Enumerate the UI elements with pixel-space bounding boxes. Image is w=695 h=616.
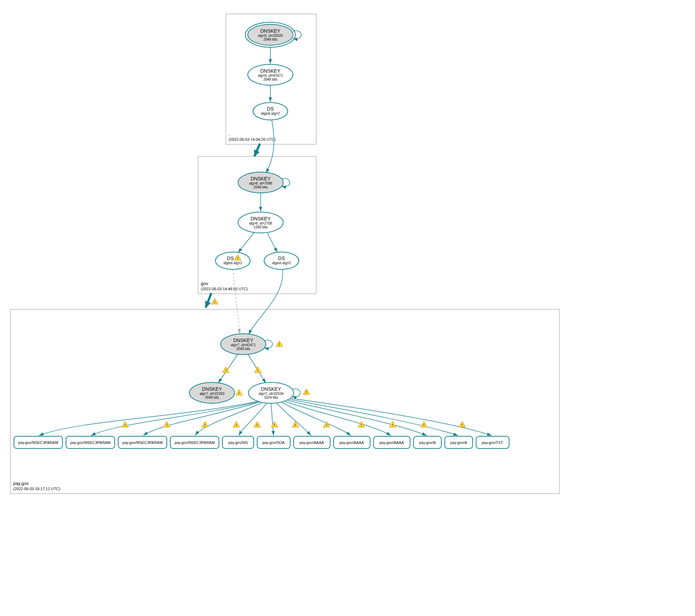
svg-text:pay.gov/NSEC3PARAM: pay.gov/NSEC3PARAM <box>174 440 215 445</box>
svg-text:!: ! <box>236 423 237 427</box>
svg-text:!: ! <box>256 423 257 427</box>
record-r3: pay.gov/NSEC3PARAM <box>170 436 219 448</box>
warn-icon: ! <box>122 421 129 427</box>
zone-paygov-time: (2022-06-03 18:17:11 UTC) <box>13 487 60 491</box>
node-gov-ksk: DNSKEY alg=8, id=7698 2048 bits <box>238 172 283 193</box>
edge-zsk-r4 <box>239 403 267 436</box>
node-root-ksk: DNSKEY alg=8, id=20326 2048 bits <box>245 22 295 47</box>
svg-text:2048 bits: 2048 bits <box>236 347 251 351</box>
svg-text:!: ! <box>361 423 362 427</box>
svg-text:!: ! <box>279 343 280 347</box>
warn-icon: ! <box>254 421 261 427</box>
warn-icon: ! <box>254 367 261 373</box>
edge-govzsk-ds1 <box>238 232 254 253</box>
edge-payksk-k2 <box>218 354 238 383</box>
svg-text:pay.gov/NSEC3PARAM: pay.gov/NSEC3PARAM <box>70 440 111 445</box>
warn-icon: ! <box>211 298 218 304</box>
svg-text:DS: DS <box>227 256 234 261</box>
record-r0: pay.gov/NSEC3PARAM <box>14 436 63 448</box>
svg-text:1280 bits: 1280 bits <box>254 225 268 229</box>
record-r2: pay.gov/NSEC3PARAM <box>118 436 167 448</box>
svg-text:!: ! <box>274 423 275 427</box>
svg-text:alg=8, id=20326: alg=8, id=20326 <box>258 34 283 38</box>
node-root-zsk: DNSKEY alg=8, id=47671 2048 bits <box>248 64 293 85</box>
svg-text:alg=7, id=42471: alg=7, id=42471 <box>231 343 256 347</box>
node-pay-k2: DNSKEY alg=7, id=22263 2048 bits <box>189 382 235 403</box>
svg-text:pay.gov/NSEC3PARAM: pay.gov/NSEC3PARAM <box>122 440 163 445</box>
svg-text:!: ! <box>214 300 215 304</box>
record-r1: pay.gov/NSEC3PARAM <box>66 436 115 448</box>
svg-text:!: ! <box>238 391 239 395</box>
svg-text:DNSKEY: DNSKEY <box>261 386 281 392</box>
node-pay-zsk: DNSKEY alg=7, id=32534 1024 bits <box>248 382 294 403</box>
svg-text:alg=8, id=47671: alg=8, id=47671 <box>258 74 283 78</box>
svg-text:DNSKEY: DNSKEY <box>260 28 280 34</box>
warn-icon: ! <box>233 421 240 427</box>
edge-ds2-payksk <box>248 269 283 334</box>
edge-gov-to-paygov-zone <box>206 293 211 308</box>
svg-text:pay.gov/A: pay.gov/A <box>450 440 467 445</box>
svg-text:!: ! <box>306 391 307 395</box>
svg-text:digest alg=1: digest alg=1 <box>223 261 243 265</box>
zone-root-label: . <box>229 131 230 137</box>
svg-text:!: ! <box>392 423 393 427</box>
record-r6: pay.gov/AAAA <box>294 436 330 448</box>
record-r4: pay.gov/NS <box>222 436 254 448</box>
svg-text:!: ! <box>166 423 167 427</box>
svg-text:pay.gov/A: pay.gov/A <box>419 440 436 445</box>
edge-zsk-r8 <box>285 402 391 436</box>
dnssec-diagram: . (2022-06-03 14:04:20 UTC) DNSKEY alg=8… <box>7 7 563 501</box>
svg-text:pay.gov/AAAA: pay.gov/AAAA <box>300 440 324 445</box>
node-pay-ksk: DNSKEY alg=7, id=42471 2048 bits <box>221 334 266 355</box>
warn-icon: ! <box>271 421 278 427</box>
record-r8: pay.gov/AAAA <box>374 436 410 448</box>
svg-text:2048 bits: 2048 bits <box>263 78 278 81</box>
record-r7: pay.gov/AAAA <box>334 436 370 448</box>
svg-text:2048 bits: 2048 bits <box>205 396 219 399</box>
warn-icon: ! <box>358 421 365 427</box>
svg-text:alg=7, id=22263: alg=7, id=22263 <box>199 392 224 396</box>
node-gov-ds2: DS digest alg=2 <box>264 252 299 269</box>
svg-text:!: ! <box>237 257 238 260</box>
warn-icon: ! <box>459 421 466 427</box>
edge-zsk-r5 <box>271 403 273 436</box>
svg-text:2048 bits: 2048 bits <box>254 185 268 189</box>
svg-text:DNSKEY: DNSKEY <box>251 216 271 221</box>
edge-rootds-govksk <box>266 120 274 173</box>
svg-text:!: ! <box>423 423 424 427</box>
svg-text:!: ! <box>295 423 296 427</box>
edge-zsk-r2 <box>143 402 259 436</box>
svg-text:DNSKEY: DNSKEY <box>233 338 253 343</box>
edge-zsk-r1 <box>91 402 258 436</box>
svg-text:!: ! <box>326 423 327 427</box>
zone-gov-label: gov <box>201 281 208 286</box>
record-row: pay.gov/NSEC3PARAM pay.gov/NSEC3PARAM pa… <box>14 436 509 448</box>
warn-icon: ! <box>236 389 243 395</box>
svg-text:2048 bits: 2048 bits <box>263 38 278 41</box>
svg-text:pay.gov/SOA: pay.gov/SOA <box>262 440 285 445</box>
node-gov-zsk: DNSKEY alg=8, id=2706 1280 bits <box>238 212 283 233</box>
svg-text:!: ! <box>124 423 125 427</box>
svg-text:!: ! <box>225 369 226 373</box>
edge-zsk-r9 <box>288 400 427 436</box>
zone-gov-time: (2022-06-03 14:46:55 UTC) <box>201 287 248 291</box>
svg-text:DNSKEY: DNSKEY <box>260 68 280 74</box>
warn-icon: ! <box>292 421 299 427</box>
svg-text:!: ! <box>204 423 205 427</box>
record-r9: pay.gov/A <box>414 436 441 448</box>
warn-icon: ! <box>303 389 310 395</box>
edge-ds1-payksk-dashed <box>233 269 240 334</box>
svg-text:pay.gov/TXT: pay.gov/TXT <box>482 440 503 445</box>
warn-icon: ! <box>276 341 283 347</box>
edge-zsk-r11 <box>291 398 492 436</box>
record-r5: pay.gov/SOA <box>257 436 290 448</box>
svg-text:!: ! <box>257 369 258 373</box>
edge-zsk-r10 <box>290 399 458 436</box>
node-gov-ds1: DS digest alg=1 <box>215 252 250 269</box>
svg-text:DNSKEY: DNSKEY <box>202 386 222 392</box>
warn-icon: ! <box>222 367 229 373</box>
warn-icon: ! <box>163 421 170 427</box>
svg-text:pay.gov/NSEC3PARAM: pay.gov/NSEC3PARAM <box>18 440 58 445</box>
edge-self-root-ksk <box>293 31 301 39</box>
warn-icon: ! <box>420 421 427 427</box>
